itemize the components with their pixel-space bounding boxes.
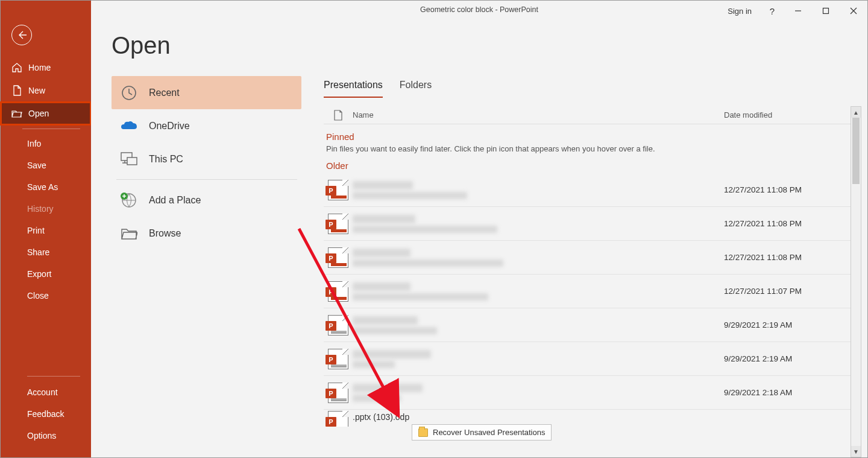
file-row[interactable]: P 12/27/2021 11:08 PM [324, 173, 851, 207]
file-row[interactable]: P 12/27/2021 11:08 PM [324, 241, 851, 275]
new-doc-icon [11, 85, 22, 96]
nav-new-label: New [28, 86, 45, 95]
nav-feedback[interactable]: Feedback [1, 403, 91, 425]
pinned-heading: Pinned [326, 132, 851, 142]
page-title: Open [112, 32, 867, 59]
file-path-redacted [353, 361, 395, 368]
nav-account[interactable]: Account [1, 381, 91, 403]
nav-export[interactable]: Export [1, 263, 91, 285]
nav-share[interactable]: Share [1, 241, 91, 263]
pptx-file-icon: P [328, 281, 348, 302]
pptx-file-icon: P [328, 383, 348, 403]
file-date: 12/27/2021 11:08 PM [724, 253, 851, 262]
window-title: Geometric color block - PowerPoint [420, 5, 538, 14]
svg-rect-3 [127, 157, 137, 165]
place-add[interactable]: Add a Place [112, 183, 301, 217]
file-name-redacted [353, 181, 413, 189]
file-row[interactable]: P 9/29/2021 2:18 AM [324, 376, 851, 410]
nav-new[interactable]: New [1, 79, 91, 102]
nav-home[interactable]: Home [1, 56, 91, 79]
place-recent-label: Recent [149, 87, 180, 98]
nav-history: History [1, 198, 91, 220]
svg-rect-0 [823, 8, 829, 14]
nav-info[interactable]: Info [1, 133, 91, 154]
open-folder-icon [11, 108, 22, 119]
nav-open[interactable]: Open [1, 102, 91, 125]
nav-save[interactable]: Save [1, 154, 91, 176]
close-icon [850, 7, 857, 14]
header-date[interactable]: Date modified [724, 110, 851, 119]
file-path-redacted [353, 192, 467, 199]
scroll-thumb[interactable] [852, 118, 860, 184]
file-path-redacted [353, 293, 488, 301]
scroll-track[interactable] [851, 118, 861, 446]
recent-file-list: Name Date modified Pinned Pin files you … [324, 106, 851, 457]
pptx-file-icon: P [328, 349, 348, 369]
place-onedrive-label: OneDrive [149, 121, 190, 132]
recover-unsaved-label: Recover Unsaved Presentations [433, 428, 545, 437]
main-area: Geometric color block - PowerPoint Sign … [91, 1, 867, 457]
pptx-file-icon: P [328, 214, 348, 234]
backstage-sidebar: Home New Open Info Save Save As History … [1, 1, 91, 457]
file-path-redacted [353, 327, 437, 334]
header-file-icon[interactable] [324, 110, 353, 121]
file-list-scrollbar[interactable]: ▲ ▼ [851, 106, 861, 457]
file-row[interactable]: P 9/29/2021 2:19 AM [324, 308, 851, 342]
file-date: 9/29/2021 2:19 AM [724, 354, 851, 363]
recover-unsaved-button[interactable]: Recover Unsaved Presentations [412, 424, 552, 441]
browse-folder-icon [120, 224, 138, 243]
file-date: 9/29/2021 2:19 AM [724, 320, 851, 329]
nav-print[interactable]: Print [1, 220, 91, 241]
place-recent[interactable]: Recent [112, 76, 301, 109]
nav-save-as[interactable]: Save As [1, 176, 91, 198]
clock-icon [120, 84, 138, 102]
nav-options[interactable]: Options [1, 425, 91, 447]
arrow-left-icon [17, 30, 27, 40]
file-row[interactable]: P 9/29/2021 2:19 AM [324, 342, 851, 376]
home-icon [11, 62, 22, 73]
places-divider [116, 179, 297, 180]
tab-folders[interactable]: Folders [400, 77, 432, 98]
minimize-icon [794, 7, 802, 14]
file-row-partial[interactable]: P .pptx (103).odp [324, 410, 851, 427]
older-heading: Older [326, 161, 851, 171]
file-row[interactable]: P 12/27/2021 11:08 PM [324, 207, 851, 241]
this-pc-icon [120, 150, 138, 168]
place-this-pc[interactable]: This PC [112, 142, 301, 176]
pptx-file-icon: P [328, 411, 348, 427]
file-date: 12/27/2021 11:08 PM [724, 219, 851, 228]
file-path-redacted [353, 226, 497, 233]
scroll-down-button[interactable]: ▼ [851, 446, 861, 457]
title-bar: Geometric color block - PowerPoint Sign … [91, 1, 867, 21]
file-name-redacted [353, 215, 415, 223]
nav-open-label: Open [28, 109, 49, 118]
file-date: 12/27/2021 11:08 PM [724, 185, 851, 194]
nav-close[interactable]: Close [1, 285, 91, 307]
file-row[interactable]: P 12/27/2021 11:07 PM [324, 275, 851, 308]
file-path-redacted [353, 259, 503, 267]
file-tabs: Presentations Folders [324, 77, 861, 98]
file-path-redacted [353, 395, 401, 402]
maximize-icon [822, 7, 829, 14]
pinned-hint: Pin files you want to easily find later.… [326, 144, 851, 153]
place-browse-label: Browse [149, 228, 181, 239]
help-button[interactable]: ? [760, 6, 784, 16]
pptx-file-icon: P [328, 180, 348, 200]
maximize-button[interactable] [812, 1, 840, 21]
back-button[interactable] [11, 25, 32, 45]
scroll-up-button[interactable]: ▲ [851, 107, 861, 118]
place-browse[interactable]: Browse [112, 217, 301, 250]
close-window-button[interactable] [840, 1, 867, 21]
sign-in-link[interactable]: Sign in [719, 7, 760, 16]
pptx-file-icon: P [328, 315, 348, 336]
place-onedrive[interactable]: OneDrive [112, 109, 301, 142]
place-add-label: Add a Place [149, 195, 201, 206]
nav-divider [22, 129, 80, 129]
header-name[interactable]: Name [353, 110, 724, 119]
onedrive-icon [120, 117, 138, 135]
file-name-redacted [353, 282, 410, 291]
minimize-button[interactable] [784, 1, 812, 21]
tab-presentations[interactable]: Presentations [324, 77, 383, 98]
places-list: Recent OneDrive This PC Add a Place [91, 76, 302, 457]
list-header-row: Name Date modified [324, 106, 851, 124]
